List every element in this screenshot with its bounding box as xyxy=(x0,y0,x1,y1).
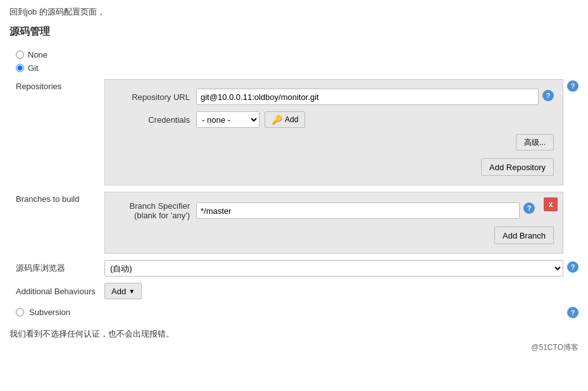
advanced-button[interactable]: 高级... xyxy=(516,134,554,151)
additional-behaviours-row: Additional Behaviours Add ▼ xyxy=(16,283,579,299)
radio-none[interactable] xyxy=(16,51,24,59)
radio-none-group: None xyxy=(16,50,579,59)
top-note: 回到job 的源码配置页面， xyxy=(9,6,579,18)
radio-none-label: None xyxy=(28,50,47,59)
credentials-label: Credentials xyxy=(114,115,196,125)
subversion-row: Subversion ? xyxy=(16,306,579,318)
add-behaviour-button[interactable]: Add ▼ xyxy=(104,283,142,299)
credentials-row: Credentials - none - 🔑 Add xyxy=(114,111,554,128)
credentials-select[interactable]: - none - xyxy=(196,111,260,128)
radio-subversion[interactable] xyxy=(16,308,24,316)
add-branch-actions: Add Branch xyxy=(114,227,554,244)
key-icon: 🔑 xyxy=(272,115,282,125)
branch-specifier-label: Branch Specifier (blank for 'any') xyxy=(114,201,196,220)
repositories-label: Repositories xyxy=(16,79,104,91)
branch-specifier-input[interactable] xyxy=(196,202,520,219)
source-browser-label: 源码库浏览器 xyxy=(16,263,104,274)
branch-specifier-row: Branch Specifier (blank for 'any') ? xyxy=(114,201,554,220)
radio-git[interactable] xyxy=(16,64,24,72)
add-repo-actions: Add Repository xyxy=(114,158,554,176)
add-behaviour-label: Add xyxy=(111,287,126,296)
source-browser-row: 源码库浏览器 (自动) ? xyxy=(16,260,579,276)
branches-section: Branches to build x Branch Specifier (bl… xyxy=(16,192,579,254)
repo-url-label: Repository URL xyxy=(114,92,196,102)
branches-content: x Branch Specifier (blank for 'any') ? A… xyxy=(104,192,563,254)
add-branch-button[interactable]: Add Branch xyxy=(494,227,554,244)
radio-git-label: Git xyxy=(28,63,39,73)
source-browser-help-icon[interactable]: ? xyxy=(567,261,579,273)
repo-url-input[interactable] xyxy=(196,89,539,105)
section-title: 源码管理 xyxy=(9,25,579,41)
repositories-content: Repository URL ? Credentials - none - 🔑 … xyxy=(104,79,563,185)
add-credential-label: Add xyxy=(285,115,298,124)
add-credential-button[interactable]: 🔑 Add xyxy=(265,111,305,128)
branches-label: Branches to build xyxy=(16,192,104,204)
branch-specifier-help-icon[interactable]: ? xyxy=(523,202,535,214)
repo-actions: 高级... xyxy=(114,134,554,154)
source-browser-select[interactable]: (自动) xyxy=(104,260,563,276)
radio-git-group: Git xyxy=(16,63,579,73)
subversion-label: Subversion xyxy=(29,307,70,317)
remove-branch-button[interactable]: x xyxy=(544,197,558,211)
add-behaviour-caret: ▼ xyxy=(128,288,135,295)
repositories-help-icon[interactable]: ? xyxy=(567,80,579,92)
repo-url-row: Repository URL ? xyxy=(114,89,554,105)
repo-url-help-icon[interactable]: ? xyxy=(542,90,554,101)
add-repository-button[interactable]: Add Repository xyxy=(481,158,554,176)
repositories-section: Repositories Repository URL ? Credential… xyxy=(16,79,579,185)
subversion-help-icon[interactable]: ? xyxy=(567,307,579,318)
bottom-right: @51CTO博客 xyxy=(9,342,579,353)
bottom-note: 我们看到不选择任何认证，也不会出现报错。 xyxy=(9,328,579,340)
additional-behaviours-label: Additional Behaviours xyxy=(16,287,104,296)
